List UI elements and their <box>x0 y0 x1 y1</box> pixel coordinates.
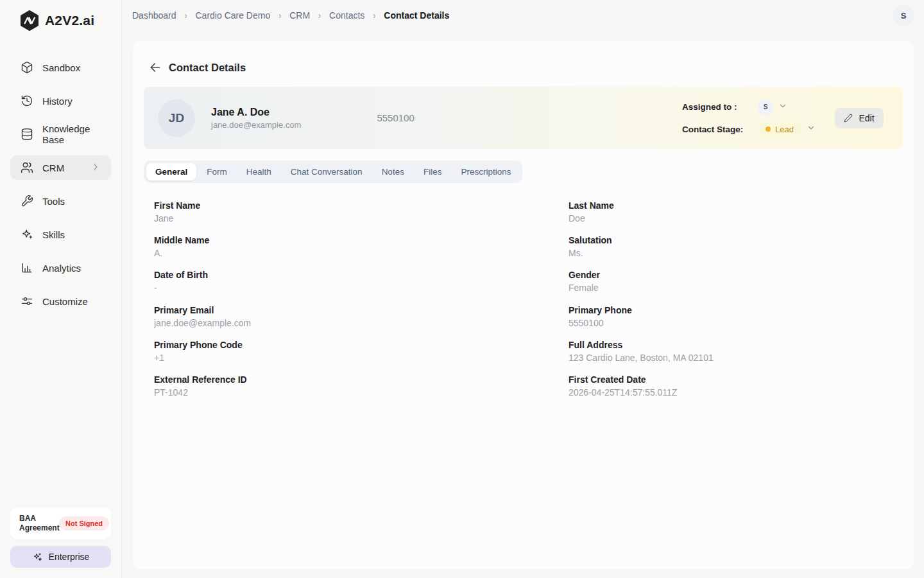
sidebar-item-sandbox[interactable]: Sandbox <box>10 55 111 80</box>
tab-prescriptions[interactable]: Prescriptions <box>452 163 520 180</box>
content-area: Contact Details JD Jane A. Doe jane.doe@… <box>122 31 924 578</box>
field-label: Last Name <box>569 200 903 211</box>
chevron-separator-icon: › <box>278 10 281 21</box>
field-value: A. <box>154 248 569 258</box>
sidebar: A2V2.ai Sandbox History Knowledge Base C… <box>0 0 122 578</box>
sliders-icon <box>21 295 33 308</box>
sidebar-item-crm[interactable]: CRM <box>10 155 111 180</box>
chevron-separator-icon: › <box>318 10 321 21</box>
contact-stage-dropdown[interactable]: Lead <box>758 122 816 137</box>
sidebar-item-label: CRM <box>42 162 64 173</box>
edit-button[interactable]: Edit <box>835 108 884 128</box>
baa-status-badge: Not Signed <box>59 516 109 530</box>
field-primary-phone: Primary Phone 5550100 <box>569 305 903 328</box>
field-first-created-date: First Created Date 2026-04-25T14:57:55.0… <box>569 374 903 398</box>
breadcrumb-item-dashboard[interactable]: Dashboard <box>132 10 176 21</box>
contact-meta: Assigned to : S Contact Stage: <box>682 100 816 137</box>
enterprise-button-label: Enterprise <box>49 552 90 562</box>
sidebar-item-tools[interactable]: Tools <box>10 189 111 213</box>
sidebar-item-label: Customize <box>42 296 88 307</box>
contact-phone: 5550100 <box>377 112 414 123</box>
contact-identity: Jane A. Doe jane.doe@example.com <box>211 107 301 130</box>
stage-pill[interactable]: Lead <box>758 122 801 137</box>
field-value: +1 <box>154 353 569 363</box>
field-primary-email: Primary Email jane.doe@example.com <box>154 305 569 328</box>
assigned-to-dropdown[interactable]: S <box>758 100 816 115</box>
main-area: Dashboard › Cardio Care Demo › CRM › Con… <box>122 0 924 578</box>
assigned-to-label: Assigned to : <box>682 102 758 112</box>
breadcrumb-item-crm[interactable]: CRM <box>289 10 310 21</box>
sidebar-item-label: Sandbox <box>42 62 80 73</box>
page-title: Contact Details <box>169 62 246 74</box>
baa-agreement-label: BAA Agreement <box>19 514 59 533</box>
chevron-separator-icon: › <box>373 10 375 21</box>
sparkles-icon <box>32 552 43 563</box>
contact-fields-grid: First Name Jane Last Name Doe Middle Nam… <box>144 200 903 409</box>
field-value: Doe <box>569 213 903 223</box>
field-label: First Name <box>154 200 569 211</box>
breadcrumb-item-contact-details: Contact Details <box>384 10 449 21</box>
field-value: - <box>154 283 569 293</box>
field-label: Date of Birth <box>154 270 569 280</box>
field-full-address: Full Address 123 Cardio Lane, Boston, MA… <box>569 340 903 363</box>
assigned-to-row: Assigned to : S <box>682 100 816 115</box>
assignee-avatar[interactable]: S <box>758 100 773 115</box>
breadcrumb-item-contacts[interactable]: Contacts <box>329 10 364 21</box>
sidebar-item-customize[interactable]: Customize <box>10 289 111 313</box>
sidebar-item-label: Skills <box>42 229 65 240</box>
pencil-icon <box>844 114 853 123</box>
tab-files[interactable]: Files <box>415 163 451 180</box>
sidebar-item-label: Knowledge Base <box>42 123 101 145</box>
field-label: Primary Phone <box>569 305 903 315</box>
sidebar-item-label: History <box>42 96 73 107</box>
contact-email: jane.doe@example.com <box>211 120 301 130</box>
tab-general[interactable]: General <box>146 163 196 180</box>
tab-health[interactable]: Health <box>237 163 280 180</box>
field-value: 123 Cardio Lane, Boston, MA 02101 <box>569 353 903 363</box>
sidebar-footer: BAA Agreement Not Signed Enterprise <box>0 507 121 578</box>
field-label: Gender <box>569 270 903 280</box>
field-gender: Gender Female <box>569 270 903 293</box>
user-avatar[interactable]: S <box>893 5 914 26</box>
sidebar-item-skills[interactable]: Skills <box>10 222 111 247</box>
tab-notes[interactable]: Notes <box>373 163 413 180</box>
field-value: 2026-04-25T14:57:55.011Z <box>569 387 903 398</box>
field-value: 5550100 <box>569 318 903 328</box>
field-value: Female <box>569 283 903 293</box>
chevron-down-icon[interactable] <box>807 123 816 135</box>
arrow-left-icon <box>149 61 162 74</box>
stage-dot-icon <box>766 127 771 132</box>
field-label: Middle Name <box>154 235 569 245</box>
field-label: External Reference ID <box>154 374 569 385</box>
hexagon-av-logo-icon <box>19 10 40 31</box>
users-icon <box>21 161 33 174</box>
tab-bar: General Form Health Chat Conversation No… <box>144 161 522 183</box>
sidebar-item-label: Analytics <box>42 263 81 274</box>
topbar: Dashboard › Cardio Care Demo › CRM › Con… <box>122 0 924 31</box>
sidebar-nav: Sandbox History Knowledge Base CRM Tools <box>0 55 121 322</box>
tab-form[interactable]: Form <box>198 163 236 180</box>
sidebar-item-knowledge-base[interactable]: Knowledge Base <box>10 122 111 146</box>
tab-chat-conversation[interactable]: Chat Conversation <box>282 163 372 180</box>
breadcrumb-item-project[interactable]: Cardio Care Demo <box>196 10 271 21</box>
field-date-of-birth: Date of Birth - <box>154 270 569 293</box>
field-label: Full Address <box>569 340 903 350</box>
sidebar-item-history[interactable]: History <box>10 89 111 113</box>
back-button[interactable] <box>149 61 162 74</box>
enterprise-button[interactable]: Enterprise <box>10 546 111 568</box>
field-label: First Created Date <box>569 374 903 385</box>
brand-logo[interactable]: A2V2.ai <box>0 0 121 40</box>
contact-details-card: Contact Details JD Jane A. Doe jane.doe@… <box>133 41 914 569</box>
field-salutation: Salutation Ms. <box>569 235 903 258</box>
baa-agreement-card: BAA Agreement Not Signed <box>10 507 111 539</box>
bar-chart-icon <box>21 261 33 274</box>
sidebar-item-analytics[interactable]: Analytics <box>10 256 111 280</box>
chevron-down-icon[interactable] <box>778 101 787 113</box>
contact-stage-label: Contact Stage: <box>682 125 758 134</box>
app-root: A2V2.ai Sandbox History Knowledge Base C… <box>0 0 924 578</box>
field-first-name: First Name Jane <box>154 200 569 223</box>
brand-name: A2V2.ai <box>45 13 94 28</box>
stage-value: Lead <box>775 125 794 134</box>
field-label: Primary Email <box>154 305 569 315</box>
field-value: Ms. <box>569 248 903 258</box>
